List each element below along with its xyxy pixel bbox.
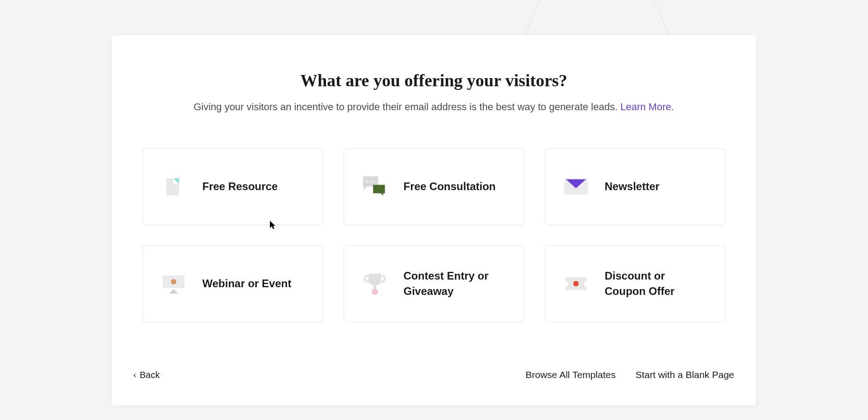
option-contest-giveaway[interactable]: Contest Entry or Giveaway — [344, 245, 524, 322]
option-newsletter[interactable]: Newsletter — [545, 148, 726, 225]
option-label: Contest Entry or Giveaway — [404, 268, 506, 299]
svg-marker-4 — [363, 187, 367, 190]
option-label: Webinar or Event — [203, 276, 292, 291]
start-blank-link[interactable]: Start with a Blank Page — [636, 369, 734, 380]
option-label: Discount or Coupon Offer — [605, 268, 707, 299]
chat-icon — [362, 174, 387, 199]
svg-marker-9 — [381, 193, 383, 196]
svg-point-5 — [366, 180, 368, 182]
trophy-icon — [362, 271, 387, 296]
modal-footer: ‹ Back Browse All Templates Start with a… — [112, 369, 756, 406]
wizard-modal: What are you offering your visitors? Giv… — [112, 35, 756, 406]
option-label: Free Consultation — [404, 179, 496, 194]
back-button[interactable]: ‹ Back — [133, 370, 160, 380]
learn-more-link[interactable]: Learn More. — [620, 101, 674, 112]
subtitle-text: Giving your visitors an incentive to pro… — [193, 101, 620, 112]
page-subtitle: Giving your visitors an incentive to pro… — [112, 101, 756, 113]
svg-rect-8 — [373, 185, 385, 193]
svg-point-7 — [373, 180, 375, 182]
modal-header: What are you offering your visitors? Giv… — [112, 35, 756, 113]
option-webinar-event[interactable]: Webinar or Event — [142, 245, 323, 322]
svg-point-17 — [573, 281, 579, 286]
ticket-icon — [563, 271, 589, 296]
option-free-resource[interactable]: Free Resource — [142, 148, 323, 225]
svg-marker-14 — [169, 289, 178, 294]
presentation-icon — [161, 271, 186, 296]
document-icon — [161, 174, 186, 199]
option-free-consultation[interactable]: Free Consultation — [344, 148, 524, 225]
svg-point-6 — [369, 180, 372, 182]
page-title: What are you offering your visitors? — [112, 70, 756, 90]
envelope-icon — [563, 174, 589, 199]
option-discount-coupon[interactable]: Discount or Coupon Offer — [545, 245, 726, 322]
option-label: Newsletter — [605, 179, 660, 194]
svg-point-13 — [171, 279, 176, 285]
browse-templates-link[interactable]: Browse All Templates — [526, 369, 616, 380]
svg-point-16 — [372, 289, 378, 295]
options-grid: Free Resource Free Consultation — [112, 148, 756, 322]
back-label: Back — [140, 370, 160, 380]
option-label: Free Resource — [203, 179, 278, 194]
footer-actions: Browse All Templates Start with a Blank … — [526, 369, 735, 380]
chevron-left-icon: ‹ — [133, 370, 136, 380]
